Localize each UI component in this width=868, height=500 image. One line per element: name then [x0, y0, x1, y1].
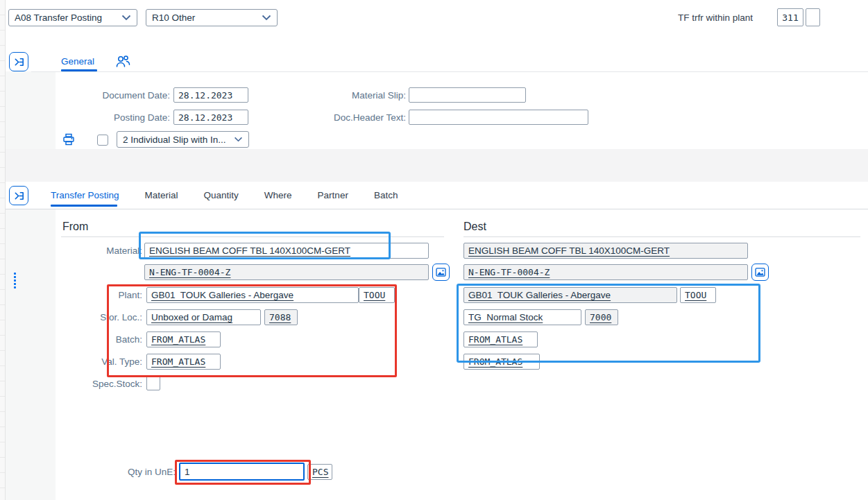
tab-quantity[interactable]: Quantity — [204, 190, 239, 200]
tab-where[interactable]: Where — [264, 190, 292, 200]
panel-toggle-icon — [13, 56, 25, 68]
doc-header-text-field[interactable] — [409, 110, 588, 125]
from-plant-field[interactable]: GB01 TOUK Galleries - Abergave — [146, 287, 359, 303]
material-slip-label: Material Slip: — [302, 90, 406, 101]
dest-storage-location-code-field[interactable]: 7000 — [585, 309, 618, 325]
from-material-image-button[interactable] — [432, 264, 450, 281]
from-material-desc-field[interactable]: ENGLISH BEAM COFF TBL 140X100CM-GERT — [144, 243, 429, 259]
collapse-detail-button[interactable] — [9, 186, 28, 205]
dest-storage-location-field[interactable]: TG Normal Stock — [463, 309, 581, 325]
valuation-type-label: Val. Type: — [59, 356, 142, 367]
people-icon — [115, 55, 131, 69]
dest-material-desc-field[interactable]: ENGLISH BEAM COFF TBL 140X100CM-GERT — [463, 243, 748, 259]
dest-batch-field[interactable]: FROM_ATLAS — [463, 331, 538, 347]
from-valuation-type-field[interactable]: FROM_ATLAS — [146, 354, 221, 370]
tab-material[interactable]: Material — [145, 190, 178, 200]
slip-type-value: 2 Individual Slip with In... — [123, 135, 234, 145]
detail-tab-strip: Transfer Posting Material Quantity Where… — [51, 190, 398, 200]
tab-partner[interactable]: Partner — [318, 190, 348, 200]
reference-doc-value: R10 Other — [152, 12, 262, 23]
movement-ext-field[interactable] — [806, 8, 820, 26]
section-gap-band — [6, 149, 868, 182]
dest-plant-code-field[interactable]: TOOU — [680, 287, 716, 303]
from-material-number-field[interactable]: N-ENG-TF-0004-Z — [144, 264, 429, 280]
tab-batch[interactable]: Batch — [374, 190, 398, 200]
action-type-value: A08 Transfer Posting — [15, 12, 121, 23]
dest-material-number-field[interactable]: N-ENG-TF-0004-Z — [463, 264, 748, 280]
plant-label: Plant: — [59, 290, 142, 300]
qty-in-une-label: Qty in UnE: — [94, 467, 176, 477]
posting-date-field[interactable]: 28.12.2023 — [173, 110, 248, 125]
tab-partners[interactable] — [115, 55, 131, 71]
from-plant-code-field[interactable]: TOOU — [359, 287, 395, 303]
chevron-down-icon — [262, 15, 271, 21]
dest-plant-field[interactable]: GB01 TOUK Galleries - Abergave — [463, 287, 677, 303]
detail-tab-divider — [6, 209, 868, 209]
from-section-rule — [61, 236, 444, 237]
movement-type-field[interactable]: 311 — [777, 8, 803, 26]
tab-transfer-posting[interactable]: Transfer Posting — [51, 190, 119, 200]
dest-valuation-type-field[interactable]: FROM_ATLAS — [463, 354, 540, 370]
doc-header-text-label: Doc.Header Text: — [298, 112, 406, 123]
document-date-label: Document Date: — [66, 90, 170, 101]
splitter-drag-handle[interactable] — [14, 273, 16, 288]
storage-location-label: Stor. Loc.: — [59, 312, 142, 322]
image-icon — [755, 268, 765, 277]
movement-type-label: TF trfr within plant — [604, 12, 753, 23]
printer-icon — [62, 133, 75, 146]
document-date-field[interactable]: 28.12.2023 — [173, 87, 248, 103]
material-label: Material: — [59, 245, 142, 256]
panel-toggle-icon — [13, 190, 25, 202]
dest-section-rule — [463, 236, 860, 237]
from-section-title: From — [62, 221, 88, 233]
dest-material-image-button[interactable] — [751, 264, 769, 281]
batch-label: Batch: — [59, 334, 142, 345]
tab-general[interactable]: General — [61, 56, 94, 67]
from-batch-field[interactable]: FROM_ATLAS — [146, 331, 221, 347]
print-checkbox[interactable] — [97, 135, 108, 146]
tab-transfer-posting-underline — [51, 205, 117, 207]
print-button[interactable] — [62, 133, 75, 148]
chevron-down-icon — [121, 15, 131, 21]
qty-unit-field[interactable]: PCS — [307, 464, 332, 480]
left-gutter-top — [6, 71, 56, 149]
slip-type-select[interactable]: 2 Individual Slip with In... — [117, 131, 249, 148]
action-type-select[interactable]: A08 Transfer Posting — [8, 9, 137, 26]
from-storage-location-code-field[interactable]: 7088 — [264, 309, 298, 325]
reference-doc-select[interactable]: R10 Other — [146, 9, 278, 26]
migo-transfer-posting-screen: A08 Transfer Posting R10 Other TF trfr w… — [0, 0, 868, 500]
posting-date-label: Posting Date: — [66, 112, 170, 123]
qty-input[interactable]: 1 — [179, 463, 305, 481]
special-stock-label: Spec.Stock: — [59, 379, 142, 389]
chevron-down-icon — [234, 137, 243, 142]
collapse-header-button[interactable] — [9, 52, 28, 71]
image-icon — [436, 268, 446, 277]
left-scroll-strip[interactable] — [0, 0, 6, 500]
from-special-stock-field[interactable] — [146, 376, 160, 390]
from-storage-location-field[interactable]: Unboxed or Damag — [146, 309, 261, 325]
header-tab-divider — [31, 71, 868, 72]
left-gutter-bottom — [6, 209, 56, 500]
dest-section-title: Dest — [463, 221, 486, 233]
material-slip-field[interactable] — [409, 87, 526, 103]
